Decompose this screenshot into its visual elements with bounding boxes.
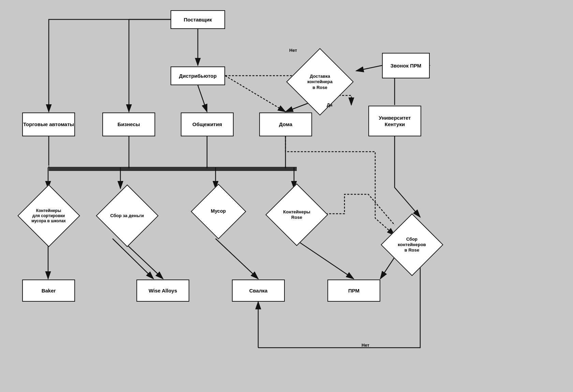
svalka-box: Свалка xyxy=(232,280,285,302)
svg-line-17 xyxy=(216,239,258,279)
svg-line-4 xyxy=(225,76,285,112)
zvonok-label: Звонок ПРМ xyxy=(391,62,422,69)
univer-box: Университет Кентуки xyxy=(368,106,421,136)
musor-wrapper: Мусор xyxy=(191,184,246,239)
sbordengi-wrapper: Сбор за деньги xyxy=(96,184,159,247)
diagram-container: Поставщик Дистрибьютор Доставкаконтейнер… xyxy=(0,0,573,392)
baker-label: Baker xyxy=(42,287,56,294)
da1-label: Да xyxy=(327,102,333,107)
wisealloys-box: Wise Alloys xyxy=(136,280,189,302)
prm-box: ПРМ xyxy=(327,280,380,302)
postavshik-label: Поставщик xyxy=(184,16,212,23)
wisealloys-label: Wise Alloys xyxy=(149,287,177,294)
net2-label: Нет xyxy=(362,343,369,348)
svalka-label: Свалка xyxy=(249,287,268,294)
postavshik-box: Поставщик xyxy=(171,10,225,29)
svg-line-5 xyxy=(356,65,382,71)
distributor-label: Дистрибьютор xyxy=(179,73,217,79)
biznesy-box: Бизнесы xyxy=(102,112,155,136)
univer-label: Университет Кентуки xyxy=(369,115,421,128)
zvonok-box: Звонок ПРМ xyxy=(382,53,430,78)
svg-line-3 xyxy=(198,85,207,112)
net1-label: Нет xyxy=(289,48,297,53)
dostavka-wrapper: Доставкаконтейнерав Rose xyxy=(286,48,354,116)
prm-label: ПРМ xyxy=(348,287,359,294)
obshezh-box: Общежития xyxy=(181,112,234,136)
baker-box: Baker xyxy=(22,280,75,302)
kontsort-wrapper: Контейнерыдля сортировкимусора в школах xyxy=(17,184,80,247)
doma-label: Дома xyxy=(279,121,292,128)
doma-box: Дома xyxy=(259,112,312,136)
sborkont-wrapper: Сборконтейнеровв Rose xyxy=(380,213,443,276)
kontrose-wrapper: КонтейнерыRose xyxy=(266,184,327,245)
obshezh-label: Общежития xyxy=(192,121,222,128)
distributor-box: Дистрибьютор xyxy=(171,66,225,85)
torgovye-box: Торговые автоматы xyxy=(22,112,75,136)
biznesy-label: Бизнесы xyxy=(118,121,140,128)
torgovye-label: Торговые автоматы xyxy=(23,121,74,128)
